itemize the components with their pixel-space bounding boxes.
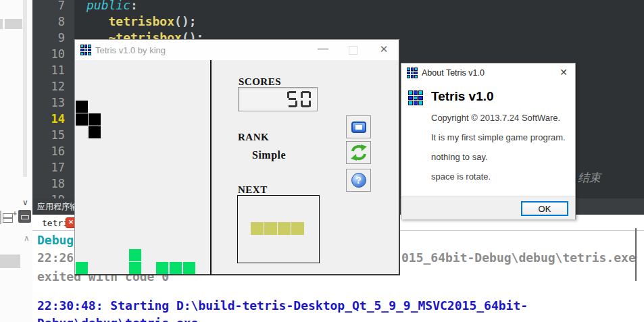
help-button[interactable]: ? xyxy=(346,169,371,192)
tetris-block xyxy=(76,101,88,113)
about-close-button[interactable]: ✕ xyxy=(558,67,570,78)
swap-arrows-icon xyxy=(350,144,368,161)
gutter-line: 8 xyxy=(32,14,74,30)
gutter: 78910111213141516171819 xyxy=(32,0,74,198)
next-box xyxy=(237,195,320,263)
about-body-line: Copyright © 2013.7.24 SoftWare. xyxy=(431,108,566,128)
about-body-line: It is my first simple game program. xyxy=(431,128,566,147)
rank-label: RANK xyxy=(238,132,269,143)
gutter-line: 11 xyxy=(32,62,74,78)
about-footer: OK xyxy=(401,196,575,219)
tetris-block xyxy=(291,222,304,235)
code-line[interactable]: tetrisbox(); xyxy=(74,14,644,30)
gutter-line: 12 xyxy=(32,78,74,95)
close-split-icon[interactable] xyxy=(18,210,31,223)
tetris-block xyxy=(278,222,291,235)
about-heading: Tetris v1.0 xyxy=(431,89,494,104)
gutter-line: 14 xyxy=(32,111,74,127)
rank-value: Simple xyxy=(252,149,286,161)
gutter-line: 19 xyxy=(32,192,74,198)
tetris-block xyxy=(183,262,195,274)
about-body: Copyright © 2013.7.24 SoftWare.It is my … xyxy=(431,108,566,186)
ok-button[interactable]: OK xyxy=(521,201,568,216)
score-display xyxy=(238,87,318,111)
about-titlebar[interactable]: About Tetris v1.0 ✕ xyxy=(401,63,575,82)
about-body-line: space is rotate. xyxy=(431,167,566,186)
plus-icon: + xyxy=(13,210,17,217)
next-label: NEXT xyxy=(238,184,268,196)
gutter-line: 7 xyxy=(32,0,74,14)
sidebar: ∨ + ∧ xyxy=(0,0,32,322)
gutter-line: 17 xyxy=(32,159,74,176)
tetris-block xyxy=(129,262,141,274)
tetris-block xyxy=(89,126,101,138)
gutter-line: 15 xyxy=(32,127,74,143)
code-line[interactable]: public: xyxy=(74,0,644,14)
console-line-start1: 22:30:48: Starting D:\build-tetris-Deskt… xyxy=(37,298,528,313)
tetris-block xyxy=(251,222,264,235)
stop-icon xyxy=(351,122,366,133)
question-mark-icon: ? xyxy=(351,173,366,188)
tetris-block xyxy=(170,262,182,274)
tetris-block xyxy=(76,113,88,126)
tetris-block xyxy=(156,262,168,274)
lcd-digit xyxy=(287,91,297,107)
about-body-line: nothing to say. xyxy=(431,147,566,167)
lcd-digit xyxy=(301,91,311,107)
gutter-line: 13 xyxy=(32,95,74,111)
divider xyxy=(0,211,1,224)
about-app-icon xyxy=(407,68,418,78)
about-content-icon xyxy=(408,90,423,105)
tetris-window: Tetris v1.0 by king — ✕ SCORES RANK Simp… xyxy=(74,39,400,275)
sidebar-decoration xyxy=(5,19,22,29)
scores-label: SCORES xyxy=(239,76,281,88)
stop-game-button[interactable] xyxy=(346,115,371,138)
screen: ∨ + ∧ 78910111213141516171819 public: te… xyxy=(0,0,644,322)
console-line-prev-left: 22:26 xyxy=(37,250,74,265)
gutter-line: 18 xyxy=(32,176,74,192)
sidebar-scrollbar[interactable] xyxy=(23,0,27,177)
console-scrollbar[interactable] xyxy=(635,228,637,281)
tetris-block xyxy=(129,249,141,261)
code-comment-fragment: 结束 xyxy=(578,170,601,186)
output-pane-title: 应用程序输 xyxy=(37,201,78,213)
console-line-start2: Debug\debug\tetris.exe xyxy=(37,316,198,322)
console-line-debug: Debug xyxy=(37,233,74,247)
chevron-up-icon[interactable]: ∧ xyxy=(24,234,30,243)
about-dialog: About Tetris v1.0 ✕ Tetris v1.0 Copyrigh… xyxy=(401,63,576,219)
chevron-down-icon[interactable]: ∨ xyxy=(22,198,28,207)
gutter-line: 10 xyxy=(32,46,74,62)
sidebar-decoration xyxy=(0,19,3,29)
console-line-prev-right: 015_64bit-Debug\debug\tetris.exe xyxy=(401,250,636,265)
gutter-line: 16 xyxy=(32,143,74,159)
sidebar-decoration xyxy=(0,254,20,268)
split-editor-icon[interactable] xyxy=(3,213,13,223)
about-dialog-title: About Tetris v1.0 xyxy=(422,68,485,78)
tetris-block xyxy=(76,262,88,274)
restart-button[interactable] xyxy=(346,141,371,164)
board-right-edge xyxy=(210,60,212,275)
gutter-line: 9 xyxy=(32,30,74,46)
tetris-block xyxy=(264,222,277,235)
tetris-block xyxy=(89,113,101,126)
